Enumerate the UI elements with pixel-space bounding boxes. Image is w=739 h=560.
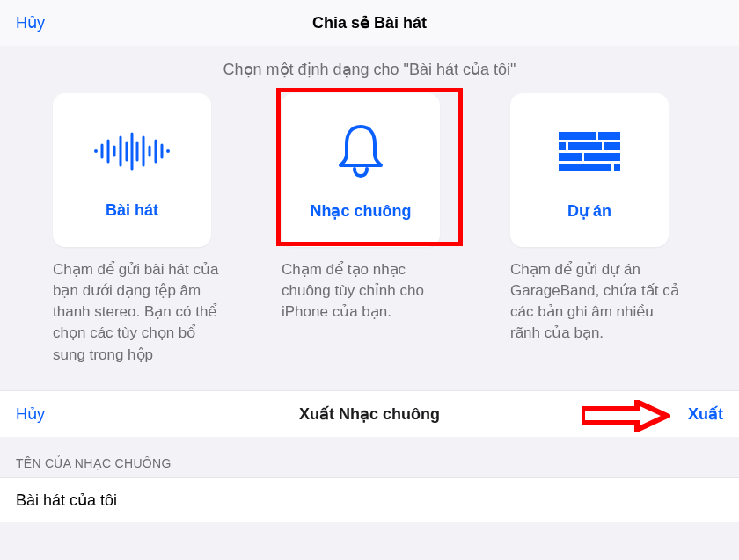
card-project[interactable]: Dự án: [510, 93, 669, 247]
bell-icon: [335, 120, 386, 182]
svg-rect-17: [604, 142, 620, 150]
card-project-label: Dự án: [567, 201, 611, 221]
svg-point-12: [166, 149, 170, 153]
arrow-icon: [582, 400, 670, 432]
share-nav-bar: Hủy Chia sẻ Bài hát: [0, 0, 739, 46]
export-cancel-button[interactable]: Hủy: [16, 404, 45, 424]
export-action-button[interactable]: Xuất: [688, 404, 723, 424]
svg-rect-19: [584, 153, 620, 161]
share-title: Chia sẻ Bài hát: [0, 13, 739, 33]
form-area: TÊN CỦA NHẠC CHUÔNG Bài hát của tôi: [0, 437, 739, 522]
svg-point-0: [94, 149, 98, 153]
card-song-label: Bài hát: [106, 201, 158, 220]
card-project-desc: Chạm để gửi dự án GarageBand, chứa tất c…: [510, 259, 686, 345]
card-ringtone-label: Nhạc chuông: [311, 201, 412, 221]
svg-marker-22: [582, 402, 667, 430]
export-section: Hủy Xuất Nhạc chuông Xuất TÊN CỦA NHẠC C…: [0, 390, 739, 522]
ringtone-name-header: TÊN CỦA NHẠC CHUÔNG: [0, 437, 739, 477]
waveform-icon: [92, 120, 172, 182]
format-cards: Bài hát Chạm để gửi bài hát của bạn dưới…: [0, 93, 739, 366]
card-ringtone[interactable]: Nhạc chuông: [282, 93, 440, 247]
tracks-icon: [559, 120, 620, 182]
svg-rect-16: [568, 142, 602, 150]
export-nav-bar: Hủy Xuất Nhạc chuông Xuất: [0, 391, 739, 437]
card-col-project: Dự án Chạm để gửi dự án GarageBand, chứa…: [510, 93, 686, 366]
cancel-button[interactable]: Hủy: [16, 13, 45, 33]
export-title: Xuất Nhạc chuông: [0, 404, 739, 424]
share-section: Chọn một định dạng cho "Bài hát của tôi": [0, 46, 739, 390]
card-ringtone-desc: Chạm để tạo nhạc chuông tùy chỉnh cho iP…: [282, 259, 457, 323]
svg-rect-21: [614, 164, 620, 171]
card-col-song: Bài hát Chạm để gửi bài hát của bạn dưới…: [53, 93, 229, 366]
svg-rect-20: [559, 164, 611, 171]
card-song[interactable]: Bài hát: [53, 93, 211, 247]
card-song-desc: Chạm để gửi bài hát của bạn dưới dạng tệ…: [53, 259, 229, 366]
ringtone-name-field[interactable]: Bài hát của tôi: [0, 477, 739, 522]
svg-rect-15: [559, 142, 566, 150]
instruction-text: Chọn một định dạng cho "Bài hát của tôi": [0, 60, 739, 79]
svg-rect-18: [559, 153, 582, 161]
svg-rect-13: [559, 132, 596, 140]
svg-rect-14: [598, 132, 620, 140]
card-col-ringtone: Nhạc chuông Chạm để tạo nhạc chuông tùy …: [282, 93, 457, 366]
